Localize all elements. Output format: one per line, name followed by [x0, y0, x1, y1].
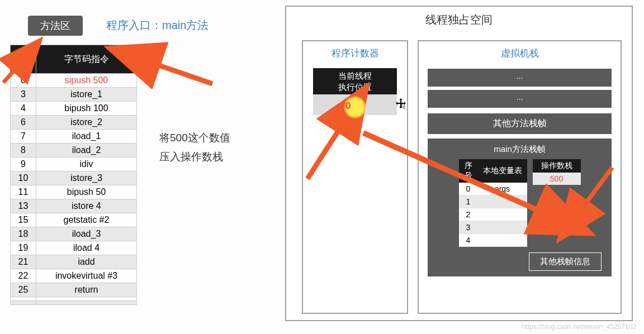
bytecode-row: 18iload_3: [11, 227, 137, 241]
bytecode-row: 7iload_1: [11, 130, 137, 144]
watermark-text: https://blog.csdn.net/weixin_45207102: [522, 323, 636, 331]
bytecode-row: 11bipush 50: [11, 185, 137, 199]
pc-value: 0: [313, 94, 397, 115]
bytecode-row: 10istore_3: [11, 171, 137, 185]
thread-space-frame: 线程独占空间 程序计数器 当前线程 执行位置 0 虚拟机栈 ···: [285, 6, 633, 321]
vm-stack-box: 虚拟机栈 ··· ··· 其他方法栈帧 main方法栈帧 序号本地变量表 0ar…: [418, 40, 622, 314]
lv-row: 1: [459, 195, 527, 208]
bytecode-table: 序号字节码指令 0sipush 5003istore_14bipush 1006…: [10, 45, 137, 305]
lv-row: 4: [459, 234, 527, 247]
other-frame-label: 其他方法栈帧: [428, 113, 612, 134]
lv-header: 本地变量表: [478, 159, 527, 183]
annotation-text: 将500这个数值 压入操作数栈: [159, 128, 230, 166]
program-counter-box: 程序计数器 当前线程 执行位置 0: [302, 40, 408, 314]
bytecode-header: 字节码指令: [36, 45, 137, 74]
svg-line-1: [151, 63, 212, 84]
bytecode-row: 9idiv: [11, 158, 137, 171]
annotation-line: 将500这个数值: [159, 128, 230, 147]
bytecode-row: 21iadd: [11, 255, 137, 269]
bytecode-row: 25return: [11, 283, 137, 297]
bytecode-row: 4bipush 100: [11, 102, 137, 116]
move-cursor-icon: [395, 100, 406, 111]
stack-slot-ellipsis: ···: [428, 90, 612, 108]
entry-point-label: 程序入口：main方法: [106, 18, 209, 33]
program-counter-title: 程序计数器: [303, 41, 407, 65]
bytecode-header: 序号: [11, 45, 36, 74]
op-stack-header: 操作数栈: [533, 159, 581, 173]
stack-slot-ellipsis: ···: [428, 69, 612, 87]
bytecode-row: 8iload_2: [11, 144, 137, 158]
lv-row: 3: [459, 221, 527, 234]
main-frame-title: main方法栈帧: [432, 142, 607, 159]
bytecode-row: 0sipush 500: [11, 74, 137, 88]
method-area-badge: 方法区: [28, 16, 83, 36]
lv-header: 序号: [459, 159, 478, 183]
bytecode-row: [11, 297, 137, 301]
op-row: 500: [533, 173, 581, 185]
thread-space-title: 线程独占空间: [286, 7, 632, 33]
lv-row: 0args: [459, 183, 527, 195]
main-stack-frame: main方法栈帧 序号本地变量表 0args1234 操作数栈 500 其他栈帧…: [428, 139, 612, 276]
local-vars-table: 序号本地变量表 0args1234: [459, 159, 527, 247]
operand-stack-table: 操作数栈 500: [533, 159, 581, 185]
annotation-line: 压入操作数栈: [159, 147, 230, 166]
bytecode-row: 3istore_1: [11, 88, 137, 102]
bytecode-row: [11, 301, 137, 305]
bytecode-row: 15getstatic #2: [11, 213, 137, 227]
pc-label: 当前线程 执行位置: [313, 68, 397, 94]
vm-stack-title: 虚拟机栈: [419, 41, 621, 65]
bytecode-row: 19iload 4: [11, 241, 137, 255]
bytecode-row: 6istore_2: [11, 116, 137, 130]
bytecode-row: 22invokevirtual #3: [11, 269, 137, 283]
bytecode-row: 13istore 4: [11, 199, 137, 213]
lv-row: 2: [459, 208, 527, 221]
other-frame-info: 其他栈帧信息: [529, 252, 602, 271]
